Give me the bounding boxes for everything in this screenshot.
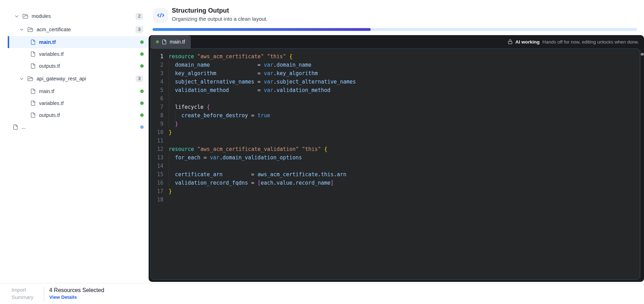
page-subtitle: Organizing the output into a clean layou… <box>172 16 268 22</box>
code-line-11: 11 <box>151 137 640 145</box>
footer-divider <box>44 286 44 301</box>
file-icon <box>30 39 36 45</box>
progress-fill <box>152 28 371 31</box>
tree-item-label: modules <box>32 13 51 19</box>
folder-acm_certificate[interactable]: acm_certificate3 <box>0 23 149 36</box>
line-number: 17 <box>151 187 163 196</box>
folder-open-icon <box>22 13 28 19</box>
resources-summary: 4 Resources Selected View Details <box>49 287 104 300</box>
lock-icon <box>508 39 513 44</box>
count-badge: 3 <box>136 26 143 33</box>
file-variables-tf[interactable]: variables.tf <box>0 97 149 109</box>
editor-tab-bar: main.tf AI working Hands off for now, ed… <box>149 35 644 48</box>
file-main-tf[interactable]: main.tf <box>8 36 149 48</box>
code-line-6: 6 <box>151 94 640 103</box>
indent-guide <box>169 120 169 128</box>
tree-item-label: api_gateway_rest_api <box>37 76 86 81</box>
line-number: 9 <box>151 120 163 128</box>
file-icon <box>30 100 36 106</box>
line-number: 6 <box>151 94 163 103</box>
indent-guide <box>169 111 169 120</box>
file-icon <box>30 51 36 57</box>
editor-panel: main.tf AI working Hands off for now, ed… <box>149 35 644 282</box>
file-icon <box>162 39 167 45</box>
code-line-16: 16 validation_record_fqdns = [each.value… <box>151 179 640 187</box>
footer-bar: Import Summary 4 Resources Selected View… <box>0 283 644 304</box>
file-icon <box>13 124 18 130</box>
folder-open-icon <box>27 76 33 82</box>
file-outputs-tf[interactable]: outputs.tf <box>0 60 149 72</box>
indent-guide <box>169 94 169 103</box>
code-line-17: 17} <box>151 187 640 196</box>
chevron-down-icon[interactable] <box>14 14 19 19</box>
code-line-8: 8 create_before_destroy = true <box>151 111 640 120</box>
line-number: 10 <box>151 128 163 137</box>
step-header-text: Structuring Output Organizing the output… <box>172 7 268 22</box>
code-line-15: 15 certificate_arn = aws_acm_certificate… <box>151 170 640 179</box>
indent-guide <box>169 69 169 78</box>
editor-scrollbar[interactable] <box>640 49 644 280</box>
line-number: 2 <box>151 61 163 69</box>
line-number: 13 <box>151 153 163 162</box>
indent-guide <box>169 78 169 86</box>
page-title: Structuring Output <box>172 7 268 14</box>
line-number: 11 <box>151 137 163 145</box>
app-root: modules2acm_certificate3main.tfvariables… <box>0 0 644 304</box>
ai-working-text: Hands off for now, editing unlocks when … <box>542 39 639 45</box>
code-line-3: 3 key_algorithm = var.key_algorithm <box>151 69 640 78</box>
code-lines: 1resource "aws_acm_certificate" "this" {… <box>151 52 640 204</box>
ai-working-notice: AI working Hands off for now, editing un… <box>508 35 644 48</box>
indent-guide <box>175 111 175 120</box>
indent-guide <box>169 179 169 187</box>
tab-label: main.tf <box>170 39 185 45</box>
line-number: 7 <box>151 103 163 111</box>
scrollbar-thumb[interactable] <box>641 53 644 55</box>
indent-guide <box>169 162 169 170</box>
code-line-18: 18 <box>151 196 640 204</box>
tree-item-label: main.tf <box>39 88 54 94</box>
code-line-2: 2 domain_name = var.domain_name <box>151 61 640 69</box>
status-dot <box>140 40 144 44</box>
resources-selected-status: 4 Resources Selected <box>49 287 104 293</box>
folder-modules[interactable]: modules2 <box>0 9 149 23</box>
indent-guide <box>169 86 169 94</box>
code-line-5: 5 validation_method = var.validation_met… <box>151 86 640 94</box>
code-editor[interactable]: 1resource "aws_acm_certificate" "this" {… <box>150 48 640 280</box>
file-icon <box>30 112 36 118</box>
line-number: 14 <box>151 162 163 170</box>
file-variables-tf[interactable]: variables.tf <box>0 48 149 60</box>
line-number: 16 <box>151 179 163 187</box>
code-line-7: 7 lifecycle { <box>151 103 640 111</box>
code-line-1: 1resource "aws_acm_certificate" "this" { <box>151 52 640 61</box>
code-line-12: 12resource "aws_acm_certificate_validati… <box>151 145 640 153</box>
folder-api_gateway_rest_api[interactable]: api_gateway_rest_api3 <box>0 72 149 85</box>
status-dot <box>156 40 159 43</box>
file-more[interactable]: ... <box>0 121 149 133</box>
status-dot <box>140 113 144 117</box>
tree-item-label: main.tf <box>39 39 56 45</box>
indent-guide <box>169 153 169 162</box>
line-number: 12 <box>151 145 163 153</box>
chevron-down-icon[interactable] <box>19 27 24 32</box>
status-dot <box>140 64 144 68</box>
line-number: 5 <box>151 86 163 94</box>
code-line-14: 14 <box>151 162 640 170</box>
tree-item-label: variables.tf <box>39 51 64 57</box>
ai-working-label: AI working <box>515 39 540 45</box>
file-main-tf[interactable]: main.tf <box>0 85 149 97</box>
file-outputs-tf[interactable]: outputs.tf <box>0 109 149 121</box>
code-line-10: 10} <box>151 128 640 137</box>
line-number: 4 <box>151 78 163 86</box>
file-tree-sidebar: modules2acm_certificate3main.tfvariables… <box>0 0 149 283</box>
count-badge: 3 <box>136 75 143 82</box>
chevron-down-icon[interactable] <box>19 76 24 81</box>
tab-main-tf[interactable]: main.tf <box>150 35 191 48</box>
code-line-4: 4 subject_alternative_names = var.subjec… <box>151 78 640 86</box>
view-details-link[interactable]: View Details <box>49 295 77 300</box>
status-dot <box>140 90 144 93</box>
file-icon <box>30 63 36 69</box>
line-number: 18 <box>151 196 163 204</box>
progress-bar <box>152 28 637 31</box>
selected-indicator <box>8 36 9 48</box>
tree-item-label: ... <box>21 124 26 130</box>
